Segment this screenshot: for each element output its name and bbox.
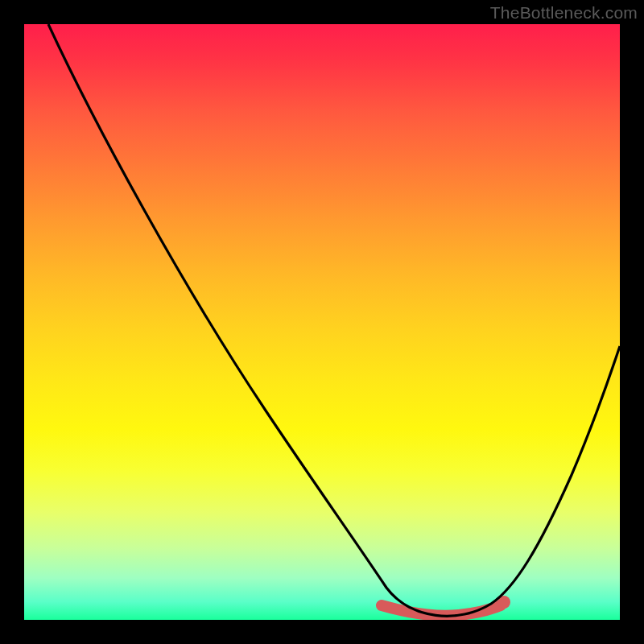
bottleneck-curve — [48, 24, 620, 616]
watermark-text: TheBottleneck.com — [490, 3, 638, 23]
chart-plot-area — [24, 24, 620, 620]
chart-svg — [24, 24, 620, 620]
